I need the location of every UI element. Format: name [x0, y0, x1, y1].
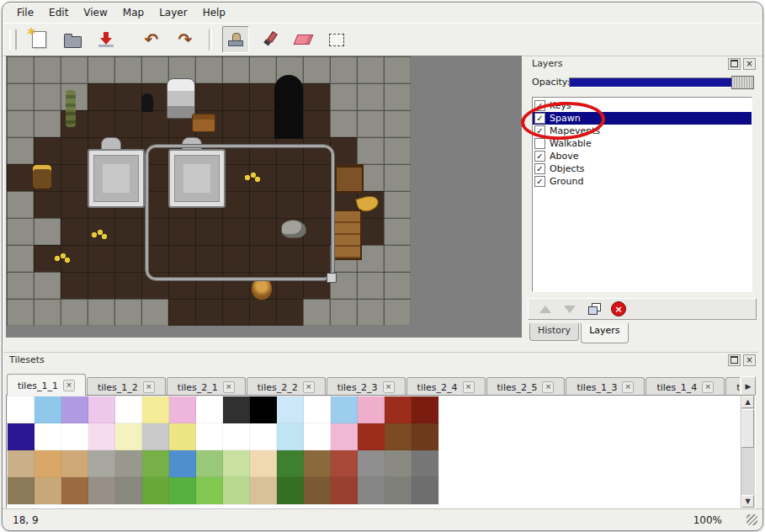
scroll-up-button[interactable]: [741, 396, 754, 408]
tileset-tile[interactable]: [115, 477, 142, 504]
tileset-tile[interactable]: [277, 450, 304, 477]
tab-tiles_1_2[interactable]: tiles_1_2: [87, 377, 166, 396]
layer-checkbox[interactable]: [534, 113, 545, 124]
tileset-tile[interactable]: [8, 396, 35, 423]
tab-close-icon[interactable]: [63, 380, 75, 391]
tileset-tile[interactable]: [250, 396, 277, 423]
tileset-tile[interactable]: [169, 450, 196, 477]
layer-row-spawn[interactable]: Spawn: [533, 112, 752, 125]
layer-row-above[interactable]: Above: [533, 150, 752, 162]
tab-scroll-right-button[interactable]: [741, 376, 756, 396]
layer-checkbox[interactable]: [534, 151, 545, 162]
map-viewport[interactable]: [6, 56, 522, 338]
tab-close-icon[interactable]: [463, 381, 475, 393]
brush-tool-button[interactable]: [256, 26, 283, 53]
tileset-tile[interactable]: [304, 477, 331, 504]
menu-view[interactable]: View: [76, 4, 114, 21]
tileset-tile[interactable]: [331, 396, 358, 423]
tileset-tile[interactable]: [142, 477, 169, 504]
layer-checkbox[interactable]: [534, 138, 545, 149]
tileset-tile[interactable]: [331, 477, 358, 504]
tab-history[interactable]: History: [529, 323, 579, 341]
tileset-tile[interactable]: [196, 423, 223, 450]
tileset-tile[interactable]: [250, 477, 277, 504]
tileset-tile[interactable]: [223, 396, 250, 423]
menu-help[interactable]: Help: [195, 4, 233, 21]
tileset-tile[interactable]: [88, 450, 115, 477]
tileset-tile[interactable]: [304, 423, 331, 450]
tileset-tile[interactable]: [88, 477, 115, 504]
tileset-tile[interactable]: [385, 450, 412, 477]
tileset-tile[interactable]: [35, 396, 61, 423]
tab-tiles_2_4[interactable]: tiles_2_4: [406, 377, 486, 396]
tileset-tile[interactable]: [88, 423, 115, 450]
menu-map[interactable]: Map: [115, 4, 151, 21]
tab-close-icon[interactable]: [542, 381, 554, 393]
close-tilesets-button[interactable]: [743, 354, 756, 366]
tileset-tile[interactable]: [412, 477, 438, 504]
tileset-tile[interactable]: [358, 396, 385, 423]
delete-layer-button[interactable]: [608, 301, 629, 317]
redo-button[interactable]: [172, 26, 199, 53]
tileset-tile[interactable]: [304, 450, 331, 477]
tab-close-icon[interactable]: [303, 381, 315, 393]
tileset-tile[interactable]: [35, 450, 61, 477]
tileset-tile[interactable]: [277, 477, 304, 504]
tab-close-icon[interactable]: [143, 381, 155, 393]
tab-tiles_1_3[interactable]: tiles_1_3: [566, 377, 645, 396]
close-panel-button[interactable]: [743, 58, 756, 70]
opacity-slider-handle[interactable]: [731, 76, 754, 89]
map-canvas[interactable]: [7, 56, 411, 326]
tileset-tile[interactable]: [196, 477, 223, 504]
scroll-down-button[interactable]: [741, 495, 754, 508]
menu-layer[interactable]: Layer: [151, 4, 194, 21]
tileset-tile[interactable]: [61, 396, 88, 423]
tileset-tile[interactable]: [115, 396, 142, 423]
tileset-tile[interactable]: [8, 423, 35, 450]
tab-close-icon[interactable]: [702, 381, 714, 393]
tab-close-icon[interactable]: [622, 381, 634, 393]
toolbar-handle[interactable]: [9, 29, 17, 50]
tab-layers[interactable]: Layers: [581, 323, 628, 343]
tab-close-icon[interactable]: [383, 381, 395, 393]
tileset-tile[interactable]: [331, 423, 358, 450]
save-button[interactable]: [93, 26, 120, 53]
layer-checkbox[interactable]: [534, 163, 545, 174]
tileset-tile[interactable]: [223, 477, 250, 504]
opacity-slider[interactable]: [569, 77, 754, 88]
tileset-tile[interactable]: [358, 477, 385, 504]
new-file-button[interactable]: [25, 26, 52, 53]
tileset-tile[interactable]: [277, 396, 304, 423]
tileset-tile[interactable]: [142, 450, 169, 477]
tileset-tile[interactable]: [169, 423, 196, 450]
tileset-tile[interactable]: [61, 450, 88, 477]
resize-grip[interactable]: [746, 514, 757, 525]
layer-row-objects[interactable]: Objects: [533, 162, 752, 175]
duplicate-layer-button[interactable]: [584, 301, 604, 317]
stamp-tool-button[interactable]: [222, 26, 249, 53]
tileset-tile[interactable]: [142, 423, 169, 450]
tileset-tile[interactable]: [196, 396, 223, 423]
tileset-tile[interactable]: [385, 396, 412, 423]
tileset-tile[interactable]: [223, 423, 250, 450]
tileset-tile[interactable]: [358, 423, 385, 450]
tileset-tile[interactable]: [331, 450, 358, 477]
tileset-tile[interactable]: [169, 396, 196, 423]
selection-rectangle[interactable]: [146, 145, 334, 280]
tileset-tile[interactable]: [88, 396, 115, 423]
tileset-tile[interactable]: [385, 477, 412, 504]
tileset-scrollbar[interactable]: [741, 396, 755, 508]
menu-edit[interactable]: Edit: [41, 4, 76, 21]
tileset-tile[interactable]: [142, 396, 169, 423]
scrollbar-thumb[interactable]: [741, 409, 754, 448]
tileset-tile[interactable]: [115, 423, 142, 450]
tileset-tile[interactable]: [304, 396, 331, 423]
move-layer-down-button[interactable]: [560, 301, 580, 317]
tab-tiles_2_1[interactable]: tiles_2_1: [167, 377, 246, 396]
tab-tiles_2_3[interactable]: tiles_2_3: [327, 377, 406, 396]
tab-tiles_1_1[interactable]: tiles_1_1: [7, 374, 86, 396]
tileset-tile[interactable]: [115, 450, 142, 477]
float-tilesets-button[interactable]: [728, 354, 741, 366]
open-file-button[interactable]: [59, 26, 86, 53]
layer-row-keys[interactable]: Keys: [533, 99, 752, 112]
